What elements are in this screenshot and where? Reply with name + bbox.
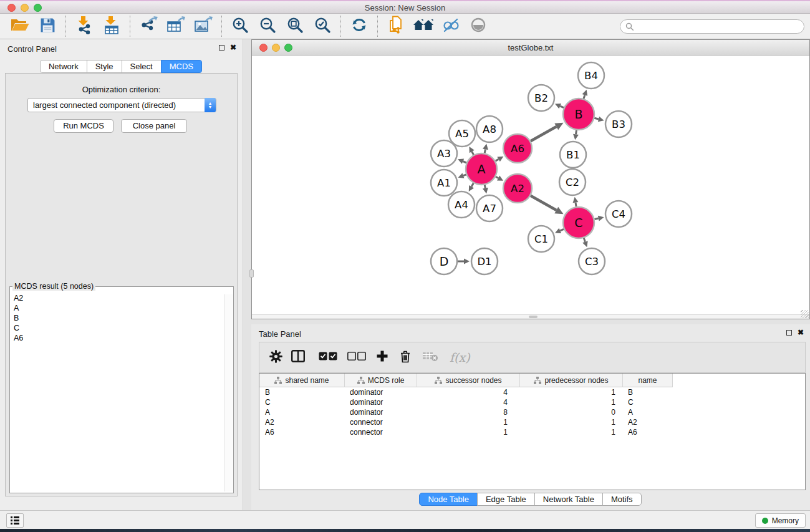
tab-select[interactable]: Select (122, 60, 162, 73)
cell-predecessor-nodes[interactable]: 1 (520, 417, 623, 427)
edge-C-C4[interactable] (594, 216, 604, 221)
cell-MCDS-role[interactable]: dominator (345, 407, 417, 417)
node-A7[interactable]: A7 (476, 195, 503, 221)
delete-column-button[interactable] (400, 350, 411, 365)
edge-A-A6[interactable] (496, 157, 504, 162)
home-view-button[interactable] (410, 15, 437, 37)
cell-successor-nodes[interactable]: 4 (417, 387, 520, 397)
cell-name[interactable]: C (623, 397, 673, 407)
node-C1[interactable]: C1 (528, 226, 554, 252)
settings-gear-button[interactable] (269, 350, 282, 365)
tab-node-table[interactable]: Node Table (419, 493, 478, 506)
import-network-button[interactable] (70, 15, 98, 37)
zoom-fit-button[interactable] (281, 15, 309, 37)
node-A8[interactable]: A8 (476, 116, 503, 142)
edge-A6-B[interactable] (531, 123, 564, 142)
close-panel-icon[interactable]: ✖ (230, 44, 236, 51)
node-B3[interactable]: B3 (605, 111, 632, 137)
import-table-button[interactable] (98, 15, 125, 37)
node-A3[interactable]: A3 (431, 140, 457, 167)
tab-edge-table[interactable]: Edge Table (477, 493, 535, 506)
network-vertical-scrollbar[interactable] (249, 269, 254, 278)
clone-network-button[interactable] (382, 15, 410, 37)
tab-style[interactable]: Style (87, 60, 122, 73)
edge-A-A5[interactable] (469, 147, 474, 155)
tab-network[interactable]: Network (40, 60, 87, 73)
edge-C-C3[interactable] (582, 238, 588, 248)
window-resize-grip[interactable] (801, 310, 809, 318)
cell-MCDS-role[interactable]: connector (345, 417, 417, 427)
tab-motifs[interactable]: Motifs (602, 493, 642, 506)
edge-A-A2[interactable] (496, 176, 503, 181)
network-window-titlebar[interactable]: testGlobe.txt (252, 40, 809, 56)
node-B4[interactable]: B4 (578, 62, 604, 89)
edge-C-C2[interactable] (573, 197, 579, 207)
column-header-shared-name[interactable]: shared name (259, 374, 345, 387)
close-table-panel-icon[interactable]: ✖ (798, 329, 804, 336)
hide-details-button[interactable] (437, 15, 465, 37)
refresh-view-button[interactable] (345, 15, 373, 37)
node-B2[interactable]: B2 (528, 85, 554, 111)
edge-B-B2[interactable] (555, 104, 564, 109)
export-network-button[interactable] (135, 15, 162, 37)
add-column-button[interactable] (376, 350, 388, 365)
cell-predecessor-nodes[interactable]: 1 (520, 397, 623, 407)
table-row[interactable]: Bdominator41B (259, 387, 805, 397)
close-panel-button[interactable]: Close panel (121, 119, 187, 133)
table-row[interactable]: Cdominator41C (259, 397, 805, 407)
cell-predecessor-nodes[interactable]: 1 (520, 387, 623, 397)
network-canvas[interactable]: B4B2BB3A5A8A6A3AB1A1C2A2A4A7CC4C1C3DD1 (252, 56, 809, 314)
edge-B-B1[interactable] (573, 130, 579, 140)
cell-successor-nodes[interactable]: 4 (417, 397, 520, 407)
node-C3[interactable]: C3 (579, 248, 605, 274)
column-header-predecessor-nodes[interactable]: predecessor nodes (520, 374, 623, 387)
zoom-out-button[interactable] (254, 15, 281, 37)
export-table-button[interactable] (162, 15, 190, 37)
run-mcds-button[interactable]: Run MCDS (54, 119, 113, 133)
edge-A-A8[interactable] (483, 144, 488, 153)
task-history-button[interactable] (6, 513, 24, 528)
node-A2[interactable]: A2 (503, 174, 532, 203)
zoom-in-button[interactable] (226, 15, 254, 37)
node-C4[interactable]: C4 (605, 201, 632, 227)
mcds-result-item[interactable]: A (14, 303, 23, 313)
cell-successor-nodes[interactable]: 1 (417, 417, 520, 427)
select-all-checkboxes-button[interactable] (319, 352, 337, 363)
tab-network-table[interactable]: Network Table (534, 493, 603, 506)
network-horizontal-scrollbar[interactable] (252, 314, 809, 319)
zoom-selected-button[interactable] (309, 15, 336, 37)
table-row[interactable]: A6connector11A6 (259, 427, 805, 437)
node-B1[interactable]: B1 (560, 142, 586, 168)
node-A5[interactable]: A5 (449, 120, 475, 147)
float-table-panel-icon[interactable] (786, 330, 792, 336)
node-D[interactable]: D (431, 248, 457, 274)
cell-MCDS-role[interactable]: dominator (345, 387, 417, 397)
node-B[interactable]: B (563, 99, 594, 130)
split-column-button[interactable] (291, 350, 305, 365)
memory-button[interactable]: Memory (755, 513, 806, 528)
edge-A-A7[interactable] (483, 185, 488, 193)
edge-B-B4[interactable] (582, 90, 588, 99)
edge-B-B3[interactable] (594, 117, 604, 122)
node-A[interactable]: A (466, 153, 497, 185)
cell-name[interactable]: A2 (623, 417, 673, 427)
table-row[interactable]: Adominator80A (259, 407, 805, 417)
cell-successor-nodes[interactable]: 1 (417, 427, 520, 437)
delete-table-button[interactable] (422, 351, 438, 364)
edge-A-A1[interactable] (458, 173, 466, 178)
open-session-button[interactable] (6, 15, 34, 37)
edge-A2-C[interactable] (531, 196, 564, 215)
mcds-result-item[interactable]: A6 (14, 333, 23, 343)
cell-MCDS-role[interactable]: connector (345, 427, 417, 437)
cell-name[interactable]: A6 (623, 427, 673, 437)
cell-predecessor-nodes[interactable]: 1 (520, 427, 623, 437)
cell-MCDS-role[interactable]: dominator (345, 397, 417, 407)
cell-name[interactable]: A (623, 407, 673, 417)
show-preview-button[interactable] (465, 15, 492, 37)
deselect-all-checkboxes-button[interactable] (347, 352, 366, 363)
save-session-button[interactable] (34, 15, 61, 37)
search-input[interactable] (620, 19, 804, 34)
edge-C-C1[interactable] (555, 228, 564, 233)
tab-mcds[interactable]: MCDS (161, 60, 202, 73)
cell-name[interactable]: B (623, 387, 673, 397)
